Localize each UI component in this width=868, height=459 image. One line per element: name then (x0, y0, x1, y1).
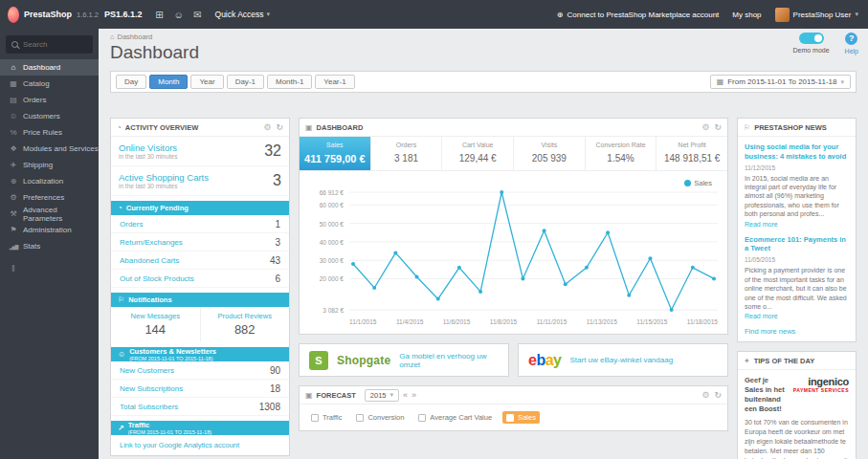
filter-month-1-button[interactable]: Month-1 (267, 75, 312, 89)
modules-icon: ❖ (9, 144, 18, 153)
kpi-visits[interactable]: Visits 205 939 (514, 137, 586, 170)
sidebar-item-label: Modules and Services (23, 144, 99, 153)
total-subscribers-row[interactable]: Total Subscribers 1308 (111, 398, 289, 416)
orders-notification-icon[interactable]: ⊞ (150, 10, 169, 20)
google-analytics-link[interactable]: Link to your Google Analytics account (111, 435, 289, 455)
help-icon[interactable]: ? (845, 33, 857, 45)
customers-notification-icon[interactable]: ☺ (169, 10, 189, 20)
sidebar-item-customers[interactable]: ☺ Customers (0, 108, 99, 124)
center-column: ▣ DASHBOARD ⚙ ↻ Sales 411 759,00 € Order… (299, 118, 728, 431)
sidebar-item-administration[interactable]: ⚑ Administration (0, 222, 99, 238)
filter-day-button[interactable]: Day (116, 75, 146, 89)
new-messages-cell[interactable]: New Messages 144 (111, 307, 200, 342)
shopgate-link[interactable]: Ga mobiel en verhoog uw omzet (399, 352, 499, 369)
forecast-year-select[interactable]: 2015 ▾ (365, 389, 399, 402)
my-shop-link[interactable]: My shop (732, 11, 761, 19)
sidebar-item-catalog[interactable]: ▦ Catalog (0, 76, 99, 92)
ebay-link[interactable]: Start uw eBay-winkel vandaag (570, 356, 674, 364)
sidebar-item-preferences[interactable]: ⚙ Preferences (0, 189, 99, 206)
sidebar-item-modules[interactable]: ❖ Modules and Services (0, 141, 99, 157)
flag-icon: ⚐ (118, 295, 124, 304)
gear-icon[interactable]: ⚙ (701, 122, 709, 132)
sidebar-item-orders[interactable]: ▤ Orders (0, 92, 99, 108)
read-more-link[interactable]: Read more (745, 221, 849, 228)
quick-access-label: Quick Access (215, 10, 264, 19)
kpi-cart-value[interactable]: Cart Value 129,44 € (442, 137, 514, 170)
out-of-stock-row[interactable]: Out of Stock Products 6 (111, 270, 289, 288)
kpi-value: 205 939 (516, 153, 583, 164)
kpi-sales[interactable]: Sales 411 759,00 € (300, 137, 371, 170)
forecast-legend-average-cart-value[interactable]: Average Cart Value (414, 411, 496, 424)
news-article-title[interactable]: Ecommerce 101: Payments in a Tweet (745, 235, 849, 254)
read-more-link[interactable]: Read more (745, 313, 849, 319)
marketplace-link[interactable]: ⊕ Connect to PrestaShop Marketplace acco… (557, 11, 719, 19)
search-input[interactable] (23, 40, 90, 49)
cell-value: 144 (111, 322, 200, 337)
sidebar-item-shipping[interactable]: ✈ Shipping (0, 157, 99, 173)
date-filter-bar: Day Month Year Day-1 Month-1 Year-1 ▦ Fr… (110, 71, 857, 93)
demo-mode-toggle[interactable] (799, 33, 824, 44)
gear-icon[interactable]: ⚙ (701, 390, 709, 400)
product-reviews-cell[interactable]: Product Reviews 882 (200, 307, 290, 342)
pending-returns-row[interactable]: Return/Exchanges 3 (111, 233, 289, 251)
active-carts-link[interactable]: Active Shopping Carts (119, 172, 273, 183)
row-value: 1308 (259, 402, 280, 412)
kpi-net-profit[interactable]: Net Profit 148 918,51 € (657, 137, 727, 170)
forecast-legend-sales[interactable]: Sales (502, 411, 540, 424)
messages-notification-icon[interactable]: ✉ (189, 10, 208, 20)
panel-tools: ⚙ ↻ (701, 390, 722, 400)
sidebar-item-price-rules[interactable]: % Price Rules (0, 124, 99, 141)
legend-label: Traffic (323, 413, 342, 422)
news-article-title[interactable]: Using social media for your business: 4 … (745, 142, 849, 162)
online-visitors-link[interactable]: Online Visitors (119, 142, 264, 153)
refresh-icon[interactable]: ↻ (276, 122, 283, 132)
pending-orders-row[interactable]: Orders 1 (111, 215, 289, 233)
kpi-label: Orders (373, 142, 440, 148)
news-body: Using social media for your business: 4 … (738, 137, 856, 341)
gear-icon[interactable]: ⚙ (263, 122, 271, 132)
abandoned-carts-row[interactable]: Abandoned Carts 43 (111, 251, 289, 270)
activity-panel-header: ◔ ACTIVITY OVERVIEW ⚙ ↻ (111, 119, 289, 137)
date-range-picker[interactable]: ▦ From 2015-11-01 To 2015-11-18 ▾ (710, 75, 851, 89)
avatar (775, 8, 790, 22)
sidebar-search[interactable] (6, 35, 93, 54)
forecast-prev-button[interactable]: « (403, 390, 408, 400)
forecast-legend-conversion[interactable]: Conversion (352, 411, 408, 424)
ingenico-logo[interactable]: ingenico PAYMENT SERVICES (793, 376, 849, 413)
sidebar-item-stats[interactable]: ▂▅▇ Stats (0, 238, 99, 254)
refresh-icon[interactable]: ↻ (714, 122, 722, 132)
sidebar-item-localization[interactable]: ⊕ Localization (0, 173, 99, 189)
kpi-orders[interactable]: Orders 3 181 (371, 137, 443, 170)
sales-chart-legend[interactable]: Sales (684, 179, 712, 187)
forecast-next-button[interactable]: » (412, 390, 416, 400)
row-value: 43 (270, 255, 280, 266)
new-subscriptions-row[interactable]: New Subscriptions 18 (111, 380, 289, 398)
kpi-conversion-rate[interactable]: Conversion Rate 1.54% (586, 137, 657, 170)
sidebar-item-dashboard[interactable]: ⌂ Dashboard (0, 59, 99, 76)
quick-access-menu[interactable]: Quick Access ▾ (215, 10, 271, 19)
filter-day-1-button[interactable]: Day-1 (227, 75, 264, 89)
refresh-icon[interactable]: ↻ (714, 390, 722, 400)
legend-label: Average Cart Value (430, 413, 492, 422)
sidebar-item-advanced-parameters[interactable]: ⚒ Advanced Parameters (0, 206, 99, 222)
activity-column: ◔ ACTIVITY OVERVIEW ⚙ ↻ Online Visitors … (110, 118, 290, 456)
shopgate-promo: S Shopgate Ga mobiel en verhoog uw omzet (299, 343, 509, 377)
kpi-label: Cart Value (444, 142, 511, 148)
filter-month-button[interactable]: Month (149, 75, 188, 89)
row-value: 1 (275, 219, 280, 230)
user-menu[interactable]: PrestaShop User ▾ (775, 8, 858, 22)
chevron-down-icon: ▾ (390, 391, 394, 399)
new-customers-row[interactable]: New Customers 90 (111, 361, 289, 380)
row-label: New Subscriptions (120, 384, 183, 393)
topbar-right: ⊕ Connect to PrestaShop Marketplace acco… (557, 8, 868, 22)
prestashop-logo[interactable]: PrestaShop 1.6.1.2 (0, 7, 99, 23)
sidebar-item-label: Catalog (23, 79, 50, 88)
kpi-label: Visits (516, 142, 583, 148)
chevron-down-icon: ▾ (267, 11, 271, 18)
forecast-legend-traffic[interactable]: Traffic (307, 411, 345, 424)
filter-year-1-button[interactable]: Year-1 (315, 75, 354, 89)
find-more-news-link[interactable]: Find more news (745, 327, 849, 336)
forecast-panel-title: FORECAST (317, 391, 356, 400)
sidebar-collapse-button[interactable]: ‖ (0, 264, 99, 273)
filter-year-button[interactable]: Year (190, 75, 223, 89)
